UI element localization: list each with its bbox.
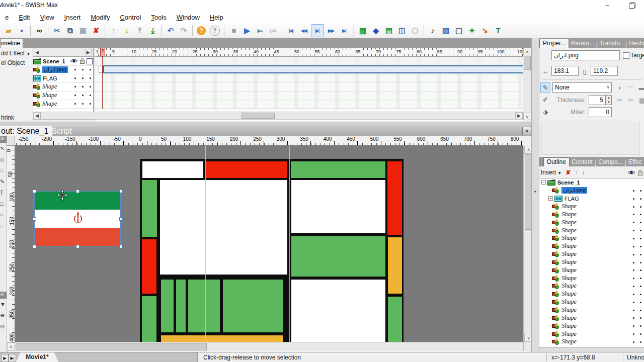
raise-button[interactable]: ↑	[108, 25, 120, 37]
step-back-button[interactable]: ◀◀	[298, 25, 310, 37]
selection-handle[interactable]	[76, 190, 79, 193]
line-style-dropdown[interactable]: None ∨	[552, 82, 612, 93]
tab-nav-last-button[interactable]: ▶|	[9, 354, 16, 362]
play-effect-button[interactable]: ▷fx	[267, 25, 279, 37]
outline-item-Shape[interactable]: ┈Shape	[539, 338, 644, 346]
outline-item-Shape[interactable]: ┈Shape	[539, 274, 644, 282]
outline-hscrollbar[interactable]	[539, 347, 644, 352]
timeline-tab[interactable]: imeline	[0, 39, 23, 48]
insert-menu-button[interactable]: Insert ▼	[541, 169, 561, 176]
track-row[interactable]	[95, 74, 523, 83]
outline-item-Shape[interactable]: ┈Shape	[539, 210, 644, 218]
track-row[interactable]	[95, 100, 523, 109]
tree-expander[interactable]: −	[541, 180, 546, 185]
mondrian-rect-green[interactable]	[388, 297, 402, 342]
frame-tracks[interactable]	[95, 57, 523, 109]
mondrian-rect-green[interactable]	[161, 280, 174, 332]
line-join-button[interactable]: ﹀	[626, 82, 636, 93]
mondrian-rect-green[interactable]	[176, 280, 186, 332]
iran-flag-image[interactable]: ✳	[34, 191, 121, 246]
playhead-line[interactable]	[102, 56, 103, 109]
play-frame-button[interactable]: ▶¦	[311, 24, 324, 37]
copy-button[interactable]: ⧉	[64, 25, 76, 37]
outline-item-Shape[interactable]: ┈Shape	[539, 282, 644, 290]
insert-action-button[interactable]: ➘	[479, 25, 491, 37]
guide-line-2[interactable]	[289, 146, 290, 342]
outline-item-Scene_1[interactable]: −Scene_1	[539, 178, 644, 187]
pencil-tool[interactable]: ✎	[0, 176, 7, 187]
mondrian-rect-green[interactable]	[291, 161, 385, 178]
mondrian-rect-green[interactable]	[188, 280, 220, 332]
tab-nav-next-button[interactable]: ▶	[1, 354, 9, 362]
mondrian-rect-green[interactable]	[142, 180, 157, 237]
timeline-hscroll-right-button[interactable]: ▶	[515, 112, 523, 119]
resize-link-icon[interactable]: ▯	[580, 66, 590, 76]
current-frame-marker[interactable]: 2	[100, 48, 105, 56]
menu-item-e[interactable]: e	[0, 13, 14, 22]
menu-item-edit[interactable]: Edit	[14, 13, 35, 22]
stage-viewport[interactable]: ✳	[15, 146, 523, 342]
outline-item-Shape[interactable]: ┈Shape	[539, 234, 644, 242]
selection-handle[interactable]	[33, 217, 36, 221]
delete-item-button[interactable]: ✘	[566, 169, 571, 176]
transform-tool[interactable]: ◇	[0, 154, 7, 165]
scene-checkbox[interactable]	[87, 58, 93, 64]
layer-column-scrollbar[interactable]: ◀ ▶	[33, 48, 94, 56]
outline-item-FLAG[interactable]: +FLAG	[539, 195, 644, 203]
mondrian-rect-green[interactable]	[142, 296, 156, 342]
tab-parameters[interactable]: Param...	[569, 39, 596, 48]
panel-grip[interactable]	[539, 157, 543, 166]
mondrian-rect-white[interactable]	[160, 180, 287, 275]
layer-row-scene[interactable]: Scene_1	[33, 57, 93, 66]
view-menu-arrow[interactable]: ▼	[0, 299, 7, 310]
layer-scroll-right-button[interactable]: ▶	[85, 49, 92, 55]
insert-sound-button[interactable]: ♪	[427, 25, 439, 37]
image-lifespan-bar[interactable]	[103, 65, 523, 73]
mondrian-rect-red[interactable]	[387, 161, 402, 235]
del-object-button[interactable]: el Object	[1, 59, 25, 66]
mondrian-rect-red[interactable]	[142, 239, 156, 294]
outline-item-Shape[interactable]: ┈Shape	[539, 266, 644, 274]
shrink-button[interactable]: hrink	[1, 114, 14, 121]
mondrian-rect-red[interactable]	[206, 161, 287, 178]
canvas-hscroll-thumb[interactable]	[16, 343, 207, 350]
insert-text-button[interactable]: T	[492, 25, 504, 37]
lower-button[interactable]: ↓	[121, 25, 133, 37]
outline-item-Shape[interactable]: ┈Shape	[539, 226, 644, 234]
insert-sprite-button[interactable]: ◆	[370, 25, 382, 37]
insert-movie-button[interactable]: ▤	[383, 25, 395, 37]
timeline-scroll-thumb[interactable]	[524, 56, 531, 70]
tab-effect[interactable]: Effec	[626, 158, 644, 166]
outline-item-Shape[interactable]: ┈Shape	[539, 203, 644, 211]
tab-transform[interactable]: Transfo..	[598, 39, 625, 48]
mondrian-rect-white[interactable]	[291, 280, 385, 342]
timeline-scroll-up-button[interactable]: ∧	[523, 48, 531, 55]
menu-item-tools[interactable]: Tools	[146, 13, 171, 22]
line-cap-button[interactable]: ◗	[615, 82, 625, 93]
timeline-hscroll-left-button[interactable]: ◀	[33, 112, 41, 119]
menu-item-control[interactable]: Control	[115, 13, 146, 22]
text-tool[interactable]: T	[0, 187, 7, 198]
scissors-v-icon[interactable]: ✂	[626, 95, 636, 105]
line-end-button[interactable]: ▬	[637, 82, 644, 93]
zoom-out-tool[interactable]: ⊙	[0, 321, 7, 332]
outline-item-Shape[interactable]: ┈Shape	[539, 298, 644, 306]
zoom-tool[interactable]: ◌	[0, 220, 7, 231]
redo-button[interactable]: ↷	[178, 25, 190, 37]
cut-button[interactable]: ✂	[51, 25, 63, 37]
paint-bucket-icon[interactable]: ⬗	[540, 107, 550, 117]
undo-button[interactable]: ↶	[165, 25, 177, 37]
layer-row-FLAG[interactable]: FLAG	[33, 74, 93, 83]
width-field[interactable]: 183.1	[551, 66, 579, 76]
timeline-scroll-down-button[interactable]: ∨	[523, 113, 531, 120]
mondrian-rect-orange[interactable]	[161, 335, 283, 342]
pattern-icon[interactable]: ▦	[637, 95, 644, 105]
menu-item-insert[interactable]: Insert	[59, 13, 86, 22]
step-forward-button[interactable]: ▶▶	[325, 25, 337, 37]
canvas-horizontal-scrollbar[interactable]: <	[7, 342, 523, 351]
track-row[interactable]	[95, 65, 523, 74]
outline-item-Shape[interactable]: ┈Shape	[539, 306, 644, 314]
selection-handle[interactable]	[76, 245, 79, 248]
menu-item-window[interactable]: Window	[172, 13, 205, 22]
track-row[interactable]	[95, 82, 523, 92]
